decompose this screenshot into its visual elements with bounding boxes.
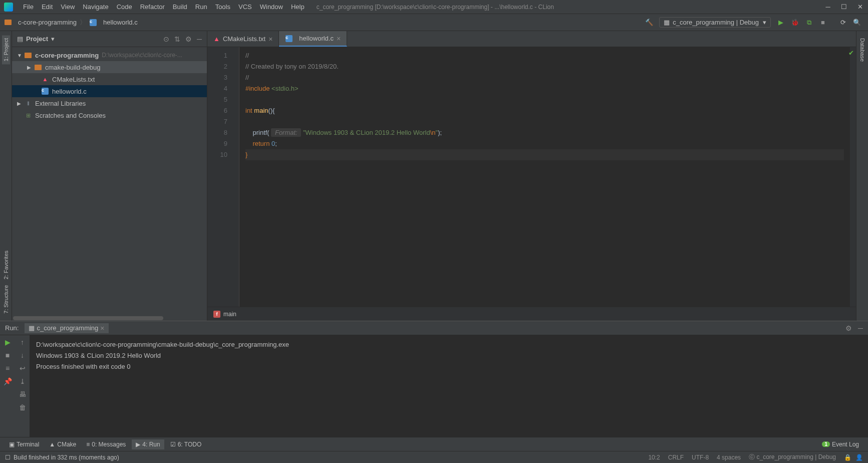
gear-icon[interactable]: ⚙ (845, 324, 852, 332)
editor-body[interactable]: 12345678910 // // Created by tony on 201… (207, 47, 856, 307)
line-number-gutter[interactable]: 12345678910 (207, 47, 232, 307)
menu-window[interactable]: Window (256, 2, 287, 12)
update-running-button[interactable]: ⟳ (837, 17, 849, 29)
menu-vcs[interactable]: VCS (234, 2, 256, 12)
close-button[interactable]: ✕ (856, 3, 864, 11)
tree-root[interactable]: ▼ c-core-programming D:\workspace\c\clio… (12, 49, 207, 61)
minimize-button[interactable]: ─ (824, 3, 832, 11)
scroll-end-icon[interactable]: ⤓ (20, 377, 26, 385)
app-logo-icon (4, 3, 13, 12)
cursor-position[interactable]: 10:2 (648, 454, 660, 461)
run-config-icon: ▦ (664, 19, 670, 26)
console-output[interactable]: D:\workspace\c\clion\c-core-programming\… (30, 335, 868, 437)
messages-tab[interactable]: ≡0: Messages (82, 439, 130, 449)
close-icon[interactable]: × (100, 324, 104, 332)
cmake-icon: ▲ (213, 35, 220, 43)
breadcrumb[interactable]: c-core-programming 〉 c helloworld.c (4, 18, 138, 27)
indent-setting[interactable]: 4 spaces (717, 454, 741, 461)
run-tab[interactable]: ▦ c_core_programming × (25, 323, 108, 333)
layout-button[interactable]: ≡ (6, 364, 10, 372)
console-line: Process finished with exit code 0 (36, 361, 862, 372)
function-icon: f (213, 311, 220, 318)
menu-file[interactable]: File (19, 2, 38, 12)
favorites-tool-button[interactable]: 2: Favorites (2, 248, 10, 282)
breadcrumb-project[interactable]: c-core-programming (18, 19, 77, 26)
down-icon[interactable]: ↓ (21, 351, 24, 359)
library-icon: ⫴ (24, 99, 32, 107)
run-config-selector[interactable]: ▦ c_core_programming | Debug ▾ (659, 17, 771, 28)
play-icon: ▶ (136, 441, 140, 448)
close-icon[interactable]: × (337, 35, 341, 43)
terminal-tab[interactable]: ▣Terminal (5, 439, 43, 449)
cmake-icon: ▲ (41, 75, 49, 83)
tab-helloworld[interactable]: c helloworld.c × (279, 31, 347, 47)
inspection-ok-icon[interactable]: ✔ (848, 49, 854, 57)
menu-code[interactable]: Code (113, 2, 136, 12)
menu-refactor[interactable]: Refactor (136, 2, 169, 12)
stop-button[interactable]: ■ (6, 351, 10, 359)
terminal-icon: ▣ (9, 441, 15, 448)
panel-title[interactable]: Project (26, 35, 48, 43)
chevron-down-icon[interactable]: ▾ (51, 35, 55, 43)
scratch-icon: ⊞ (24, 111, 32, 119)
file-encoding[interactable]: UTF-8 (692, 454, 709, 461)
maximize-button[interactable]: ☐ (840, 3, 848, 11)
todo-tab[interactable]: ☑6: TODO (166, 439, 206, 449)
tab-cmakelists[interactable]: ▲ CMakeLists.txt × (207, 31, 279, 47)
hide-panel-icon[interactable]: ─ (197, 35, 202, 43)
project-tool-button[interactable]: 1: Project (2, 35, 10, 64)
breadcrumb-file[interactable]: helloworld.c (103, 19, 138, 26)
close-icon[interactable]: × (268, 35, 272, 43)
debug-button[interactable]: 🐞 (789, 17, 801, 29)
database-tool-button[interactable]: Database (858, 35, 866, 65)
line-separator[interactable]: CRLF (668, 454, 684, 461)
c-file-icon: c (41, 87, 49, 95)
expand-all-icon[interactable]: ⇅ (174, 35, 180, 43)
build-button[interactable]: 🔨 (643, 17, 655, 29)
context-label[interactable]: ⓒ c_core_programming | Debug (749, 453, 836, 461)
editor-tabs: ▲ CMakeLists.txt × c helloworld.c × (207, 31, 856, 47)
menu-run[interactable]: Run (191, 2, 211, 12)
soft-wrap-icon[interactable]: ↩ (20, 364, 26, 372)
hector-icon[interactable]: 👤 (855, 454, 863, 461)
tree-item-external-libs[interactable]: ▶ ⫴ External Libraries (12, 97, 207, 109)
menu-build[interactable]: Build (169, 2, 191, 12)
rerun-button[interactable]: ▶ (5, 338, 11, 346)
code-editor[interactable]: // // Created by tony on 2019/8/20. // #… (239, 47, 850, 307)
editor-area: ▲ CMakeLists.txt × c helloworld.c × 1234… (207, 31, 856, 321)
gear-icon[interactable]: ⚙ (185, 35, 192, 43)
code-breadcrumb[interactable]: f main (207, 307, 856, 321)
fold-gutter[interactable] (232, 47, 239, 307)
project-tree[interactable]: ▼ c-core-programming D:\workspace\c\clio… (12, 47, 207, 316)
status-message[interactable]: Build finished in 332 ms (moments ago) (14, 454, 119, 461)
profile-button[interactable]: ⧉ (803, 17, 815, 29)
print-icon[interactable]: 🖶 (19, 390, 26, 398)
tree-item-cmake-build[interactable]: ▶ cmake-build-debug (12, 61, 207, 73)
run-tab-bottom[interactable]: ▶4: Run (132, 439, 164, 449)
up-icon[interactable]: ↑ (21, 338, 24, 346)
error-stripe[interactable] (850, 47, 856, 307)
titlebar: File Edit View Navigate Code Refactor Bu… (0, 0, 868, 14)
menu-edit[interactable]: Edit (38, 2, 57, 12)
search-everywhere-button[interactable]: 🔍 (851, 17, 863, 29)
clear-icon[interactable]: 🗑 (19, 403, 26, 411)
tree-item-cmakelists[interactable]: ▲ CMakeLists.txt (12, 73, 207, 85)
menu-view[interactable]: View (57, 2, 79, 12)
project-dropdown-icon[interactable]: ▤ (17, 35, 23, 43)
stop-button[interactable]: ■ (817, 17, 829, 29)
event-log-tab[interactable]: 1 Event Log (818, 439, 863, 449)
pin-button[interactable]: 📌 (4, 377, 12, 385)
project-h-scrollbar[interactable] (12, 316, 207, 321)
window-title: c_core_programming [D:\workspace\c\clion… (317, 4, 824, 11)
run-button[interactable]: ▶ (775, 17, 787, 29)
locate-icon[interactable]: ⊙ (163, 35, 169, 43)
menu-navigate[interactable]: Navigate (79, 2, 112, 12)
menu-help[interactable]: Help (287, 2, 309, 12)
tree-item-helloworld[interactable]: c helloworld.c (12, 85, 207, 97)
hide-panel-icon[interactable]: ─ (858, 324, 863, 332)
cmake-tab[interactable]: ▲CMake (45, 439, 80, 449)
lock-icon[interactable]: 🔒 (844, 454, 851, 461)
menu-tools[interactable]: Tools (211, 2, 234, 12)
structure-tool-button[interactable]: 7: Structure (2, 282, 10, 317)
tree-item-scratches[interactable]: ⊞ Scratches and Consoles (12, 109, 207, 121)
